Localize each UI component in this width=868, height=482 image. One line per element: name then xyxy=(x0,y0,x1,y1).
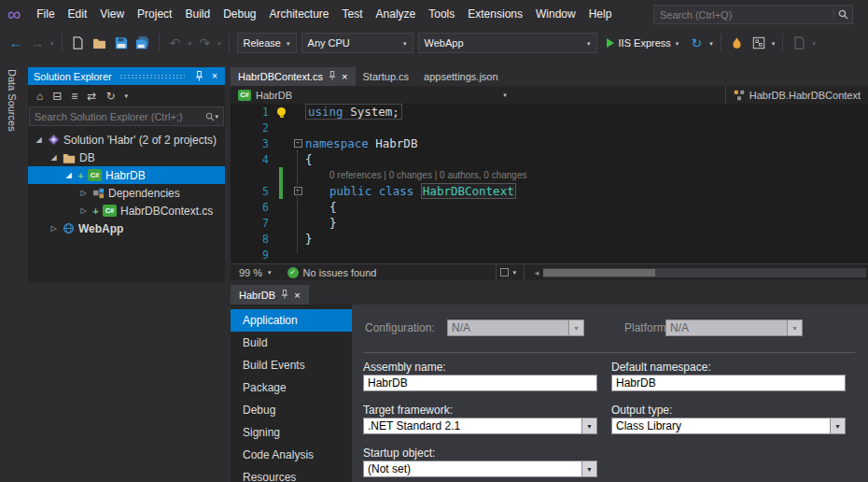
lightbulb-icon[interactable] xyxy=(277,107,286,116)
menu-debug[interactable]: Debug xyxy=(217,7,262,21)
browser-link-refresh-icon[interactable]: ↻ xyxy=(688,33,705,53)
assembly-name-input[interactable] xyxy=(363,375,597,391)
search-icon[interactable] xyxy=(205,112,215,121)
chevron-down-icon[interactable]: ▼ xyxy=(830,418,845,433)
pin-icon[interactable] xyxy=(281,290,288,301)
navigate-forward-icon[interactable]: → xyxy=(29,33,46,53)
collapse-region-icon[interactable]: − xyxy=(294,187,302,195)
nav-item-debug[interactable]: Debug xyxy=(231,399,352,421)
nav-item-build[interactable]: Build xyxy=(231,332,352,354)
sync-with-active-document-icon[interactable]: ⇄ xyxy=(87,91,96,102)
default-namespace-input[interactable] xyxy=(611,375,846,391)
close-icon[interactable]: × xyxy=(342,71,347,82)
menu-project[interactable]: Project xyxy=(131,7,178,21)
drag-grip[interactable] xyxy=(119,74,185,79)
menu-architecture[interactable]: Architecture xyxy=(263,7,336,21)
tab-habrdbcontext[interactable]: HabrDBContext.cs × xyxy=(231,67,356,86)
close-icon[interactable]: × xyxy=(294,290,300,301)
solution-search-box[interactable]: ▾ xyxy=(29,106,224,126)
scroll-left-icon[interactable]: ◂ xyxy=(530,268,543,277)
nav-item-resources[interactable]: Resources xyxy=(231,466,352,482)
chevron-down-icon[interactable]: ▾ xyxy=(512,269,516,276)
find-in-files-icon[interactable] xyxy=(791,33,807,53)
chevron-down-icon[interactable]: ▾ xyxy=(503,92,507,98)
startup-object-dropdown[interactable]: (Not set) ▼ xyxy=(363,461,597,477)
pin-icon[interactable] xyxy=(192,70,205,83)
menu-window[interactable]: Window xyxy=(529,7,582,21)
solution-search-input[interactable] xyxy=(35,111,205,122)
expander-open-icon[interactable]: ◢ xyxy=(34,135,44,144)
menu-analyze[interactable]: Analyze xyxy=(370,7,423,21)
start-debugging-button[interactable]: IIS Express ▾ xyxy=(602,33,684,53)
collapse-all-icon[interactable]: ⊟ xyxy=(52,91,62,102)
quick-search-box[interactable] xyxy=(653,5,853,24)
document-health-indicator[interactable]: ✓ No issues found xyxy=(280,267,385,278)
nav-item-code-analysis[interactable]: Code Analysis xyxy=(231,444,352,466)
expander-closed-icon[interactable]: ▷ xyxy=(78,189,89,197)
code-editor[interactable]: 1 using System; 2 3 − namespace HabrDB 4… xyxy=(231,104,868,263)
data-sources-tab[interactable]: Data Sources xyxy=(7,69,18,132)
show-all-files-icon[interactable]: ≡ xyxy=(71,91,77,102)
code-map-dropdown-icon[interactable]: ▾ xyxy=(772,40,776,47)
undo-icon[interactable]: ↶ xyxy=(167,33,184,53)
redo-icon[interactable]: ↷ xyxy=(196,33,213,53)
tab-appsettings[interactable]: appsettings.json xyxy=(416,67,506,86)
live-share-icon[interactable] xyxy=(729,33,746,53)
menu-tools[interactable]: Tools xyxy=(422,7,461,21)
expander-closed-icon[interactable]: ▷ xyxy=(49,224,59,233)
search-icon[interactable] xyxy=(838,9,848,20)
chevron-down-icon[interactable]: ▼ xyxy=(581,461,596,476)
menu-build[interactable]: Build xyxy=(178,7,217,21)
nav-item-signing[interactable]: Signing xyxy=(231,421,352,444)
refresh-icon[interactable]: ↻ xyxy=(105,91,115,102)
expander-open-icon[interactable]: ◢ xyxy=(49,153,59,162)
pin-icon[interactable] xyxy=(329,71,336,82)
scrollbar-thumb[interactable] xyxy=(543,269,655,276)
horizontal-scrollbar[interactable]: ◂ xyxy=(530,264,868,280)
scrollbar-track[interactable] xyxy=(543,268,866,277)
menu-help[interactable]: Help xyxy=(582,7,619,21)
menu-test[interactable]: Test xyxy=(336,7,370,21)
menu-view[interactable]: View xyxy=(93,7,131,21)
quick-search-input[interactable] xyxy=(660,9,830,21)
close-icon[interactable]: × xyxy=(208,70,221,83)
new-project-icon[interactable] xyxy=(70,33,87,53)
project-dropdown[interactable]: HabrDB xyxy=(256,90,292,101)
tree-item-db-folder[interactable]: ◢ DB xyxy=(28,149,225,166)
navigate-dropdown-icon[interactable]: ▾ xyxy=(50,40,54,47)
undo-dropdown-icon[interactable]: ▾ xyxy=(189,40,192,47)
tree-item-solution[interactable]: ◢ Solution 'Habr' (2 of 2 projects) xyxy=(28,131,225,149)
output-type-dropdown[interactable]: Class Library ▼ xyxy=(611,418,846,434)
solution-explorer-titlebar[interactable]: Solution Explorer × xyxy=(28,67,225,85)
expander-closed-icon[interactable]: ▷ xyxy=(78,206,89,215)
tab-startup[interactable]: Startup.cs xyxy=(356,67,417,86)
tree-item-dependencies[interactable]: ▷ Dependencies xyxy=(28,184,225,202)
collapse-region-icon[interactable]: − xyxy=(294,139,302,148)
code-map-icon[interactable] xyxy=(750,33,767,53)
save-icon[interactable] xyxy=(113,33,130,53)
tab-habrdb-properties[interactable]: HabrDB × xyxy=(231,285,309,305)
menu-file[interactable]: File xyxy=(30,7,61,21)
target-framework-dropdown[interactable]: .NET Standard 2.1 ▼ xyxy=(363,418,597,434)
open-file-icon[interactable] xyxy=(91,33,108,53)
nav-item-application[interactable]: Application xyxy=(231,309,352,332)
gutter[interactable] xyxy=(277,107,290,116)
startup-project-dropdown[interactable]: WebApp ▾ xyxy=(418,33,597,53)
codelens-indicator[interactable]: 0 references | 0 changes | 0 authors, 0 … xyxy=(305,170,526,180)
nav-item-package[interactable]: Package xyxy=(231,376,352,399)
browser-link-dropdown-icon[interactable]: ▾ xyxy=(709,40,713,47)
type-member-dropdown[interactable]: HabrDB.HabrDBContext xyxy=(725,86,868,104)
find-dropdown-icon[interactable]: ▾ xyxy=(812,40,816,47)
chevron-down-icon[interactable]: ▼ xyxy=(581,418,596,433)
tree-item-habrdb-project[interactable]: ◢ + C# HabrDB xyxy=(28,166,225,184)
save-all-icon[interactable] xyxy=(134,33,151,53)
tree-item-habrdbcontext-file[interactable]: ▷ + C# HabrDBContext.cs xyxy=(28,202,225,220)
tree-item-webapp-project[interactable]: ▷ WebApp xyxy=(28,220,225,237)
home-icon[interactable]: ⌂ xyxy=(36,91,43,102)
menu-edit[interactable]: Edit xyxy=(62,7,94,21)
solution-configuration-dropdown[interactable]: Release ▾ xyxy=(237,33,297,53)
toolbar-overflow-icon[interactable]: ▾ xyxy=(124,92,128,99)
selection-mode-icon[interactable] xyxy=(500,268,509,276)
redo-dropdown-icon[interactable]: ▾ xyxy=(217,40,221,47)
search-options-icon[interactable]: ▾ xyxy=(215,113,218,120)
